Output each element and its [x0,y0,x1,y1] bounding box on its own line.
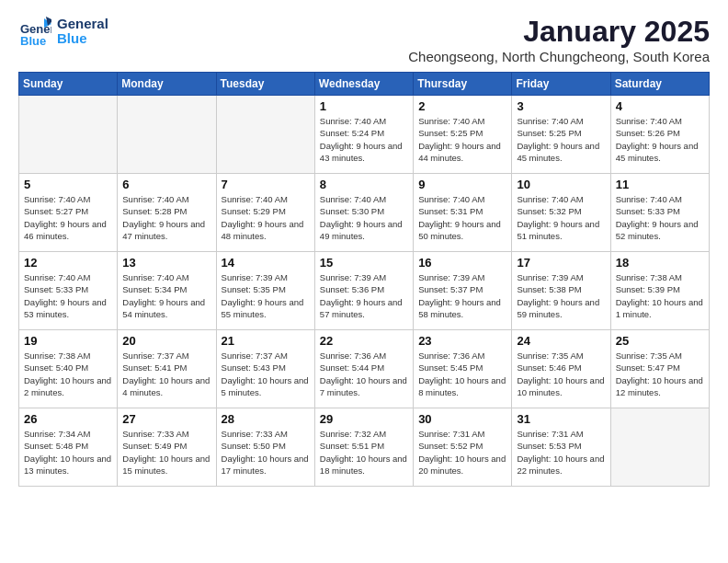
calendar-cell: 4Sunrise: 7:40 AMSunset: 5:26 PMDaylight… [610,96,709,174]
calendar-cell: 20Sunrise: 7:37 AMSunset: 5:41 PMDayligh… [118,330,216,408]
day-number: 4 [616,99,704,113]
calendar-cell [19,96,118,174]
day-number: 3 [517,99,605,113]
day-info: Sunrise: 7:31 AMSunset: 5:53 PMDaylight:… [517,428,605,477]
calendar-cell: 11Sunrise: 7:40 AMSunset: 5:33 PMDayligh… [610,174,709,252]
header: General Blue General Blue January 2025 C… [18,15,710,64]
weekday-header: Saturday [610,73,709,96]
day-info: Sunrise: 7:36 AMSunset: 5:45 PMDaylight:… [418,350,506,398]
calendar-cell: 12Sunrise: 7:40 AMSunset: 5:33 PMDayligh… [19,252,118,330]
calendar-cell: 3Sunrise: 7:40 AMSunset: 5:25 PMDaylight… [512,96,610,174]
day-info: Sunrise: 7:39 AMSunset: 5:37 PMDaylight:… [418,271,506,320]
calendar-cell: 7Sunrise: 7:40 AMSunset: 5:29 PMDaylight… [216,174,314,252]
calendar-cell: 31Sunrise: 7:31 AMSunset: 5:53 PMDayligh… [512,408,610,487]
weekday-header: Sunday [19,73,118,96]
day-number: 19 [24,334,112,348]
day-number: 18 [616,256,704,270]
calendar-week-row: 19Sunrise: 7:38 AMSunset: 5:40 PMDayligh… [19,330,710,408]
day-info: Sunrise: 7:39 AMSunset: 5:36 PMDaylight:… [320,271,408,320]
day-number: 8 [320,178,408,191]
day-info: Sunrise: 7:40 AMSunset: 5:27 PMDaylight:… [24,193,112,242]
calendar-cell: 1Sunrise: 7:40 AMSunset: 5:24 PMDaylight… [314,96,413,174]
calendar-cell: 27Sunrise: 7:33 AMSunset: 5:49 PMDayligh… [118,408,216,487]
day-number: 26 [24,412,112,426]
calendar: SundayMondayTuesdayWednesdayThursdayFrid… [18,72,710,487]
day-info: Sunrise: 7:40 AMSunset: 5:24 PMDaylight:… [320,115,408,164]
day-number: 28 [222,412,310,426]
day-info: Sunrise: 7:37 AMSunset: 5:41 PMDaylight:… [122,350,210,398]
day-info: Sunrise: 7:40 AMSunset: 5:29 PMDaylight:… [222,193,310,242]
weekday-header: Friday [512,73,610,96]
day-number: 9 [418,178,506,191]
logo-line1: General [57,17,108,32]
calendar-cell [118,96,216,174]
day-number: 15 [320,256,408,270]
title-area: January 2025 Cheongseong, North Chungche… [408,15,710,64]
day-info: Sunrise: 7:35 AMSunset: 5:46 PMDaylight:… [517,350,605,398]
day-number: 29 [320,412,408,426]
calendar-week-row: 12Sunrise: 7:40 AMSunset: 5:33 PMDayligh… [19,252,710,330]
day-number: 30 [418,412,506,426]
calendar-cell: 24Sunrise: 7:35 AMSunset: 5:46 PMDayligh… [512,330,610,408]
day-number: 17 [517,256,605,270]
weekday-header: Wednesday [314,73,413,96]
day-number: 25 [616,334,704,348]
day-number: 12 [24,256,112,270]
logo-line2: Blue [57,31,108,47]
day-info: Sunrise: 7:39 AMSunset: 5:35 PMDaylight:… [222,271,310,320]
day-info: Sunrise: 7:34 AMSunset: 5:48 PMDaylight:… [24,428,112,477]
day-number: 13 [122,256,210,270]
calendar-cell: 10Sunrise: 7:40 AMSunset: 5:32 PMDayligh… [512,174,610,252]
day-number: 24 [517,334,605,348]
calendar-cell: 2Sunrise: 7:40 AMSunset: 5:25 PMDaylight… [414,96,512,174]
calendar-cell: 8Sunrise: 7:40 AMSunset: 5:30 PMDaylight… [314,174,413,252]
logo: General Blue General Blue [18,15,108,48]
day-info: Sunrise: 7:40 AMSunset: 5:26 PMDaylight:… [616,115,704,164]
day-info: Sunrise: 7:40 AMSunset: 5:28 PMDaylight:… [122,193,210,242]
day-number: 7 [222,178,310,191]
month-title: January 2025 [408,15,710,49]
day-number: 2 [418,99,506,113]
weekday-header-row: SundayMondayTuesdayWednesdayThursdayFrid… [19,73,710,96]
day-info: Sunrise: 7:40 AMSunset: 5:25 PMDaylight:… [517,115,605,164]
calendar-cell: 6Sunrise: 7:40 AMSunset: 5:28 PMDaylight… [118,174,216,252]
calendar-cell: 25Sunrise: 7:35 AMSunset: 5:47 PMDayligh… [610,330,709,408]
day-info: Sunrise: 7:40 AMSunset: 5:31 PMDaylight:… [418,193,506,242]
day-number: 22 [320,334,408,348]
day-number: 5 [24,178,112,191]
day-info: Sunrise: 7:40 AMSunset: 5:34 PMDaylight:… [122,271,210,320]
calendar-cell: 26Sunrise: 7:34 AMSunset: 5:48 PMDayligh… [19,408,118,487]
day-info: Sunrise: 7:38 AMSunset: 5:39 PMDaylight:… [616,271,704,320]
day-info: Sunrise: 7:35 AMSunset: 5:47 PMDaylight:… [616,350,704,398]
calendar-week-row: 1Sunrise: 7:40 AMSunset: 5:24 PMDaylight… [19,96,710,174]
day-info: Sunrise: 7:36 AMSunset: 5:44 PMDaylight:… [320,350,408,398]
calendar-cell: 19Sunrise: 7:38 AMSunset: 5:40 PMDayligh… [19,330,118,408]
calendar-cell [216,96,314,174]
day-info: Sunrise: 7:40 AMSunset: 5:33 PMDaylight:… [24,271,112,320]
day-info: Sunrise: 7:37 AMSunset: 5:43 PMDaylight:… [222,350,310,398]
calendar-week-row: 5Sunrise: 7:40 AMSunset: 5:27 PMDaylight… [19,174,710,252]
svg-text:Blue: Blue [20,34,46,48]
day-info: Sunrise: 7:31 AMSunset: 5:52 PMDaylight:… [418,428,506,477]
calendar-cell: 29Sunrise: 7:32 AMSunset: 5:51 PMDayligh… [314,408,413,487]
day-number: 16 [418,256,506,270]
weekday-header: Monday [118,73,216,96]
calendar-week-row: 26Sunrise: 7:34 AMSunset: 5:48 PMDayligh… [19,408,710,487]
calendar-cell: 23Sunrise: 7:36 AMSunset: 5:45 PMDayligh… [414,330,512,408]
day-number: 1 [320,99,408,113]
calendar-cell: 9Sunrise: 7:40 AMSunset: 5:31 PMDaylight… [414,174,512,252]
day-number: 20 [122,334,210,348]
day-number: 23 [418,334,506,348]
day-info: Sunrise: 7:40 AMSunset: 5:25 PMDaylight:… [418,115,506,164]
day-info: Sunrise: 7:40 AMSunset: 5:33 PMDaylight:… [616,193,704,242]
calendar-cell: 13Sunrise: 7:40 AMSunset: 5:34 PMDayligh… [118,252,216,330]
location-title: Cheongseong, North Chungcheong, South Ko… [408,49,710,64]
day-info: Sunrise: 7:40 AMSunset: 5:30 PMDaylight:… [320,193,408,242]
day-number: 27 [122,412,210,426]
calendar-cell: 15Sunrise: 7:39 AMSunset: 5:36 PMDayligh… [314,252,413,330]
calendar-cell: 16Sunrise: 7:39 AMSunset: 5:37 PMDayligh… [414,252,512,330]
calendar-cell: 5Sunrise: 7:40 AMSunset: 5:27 PMDaylight… [19,174,118,252]
day-info: Sunrise: 7:33 AMSunset: 5:49 PMDaylight:… [122,428,210,477]
day-info: Sunrise: 7:32 AMSunset: 5:51 PMDaylight:… [320,428,408,477]
calendar-cell: 28Sunrise: 7:33 AMSunset: 5:50 PMDayligh… [216,408,314,487]
